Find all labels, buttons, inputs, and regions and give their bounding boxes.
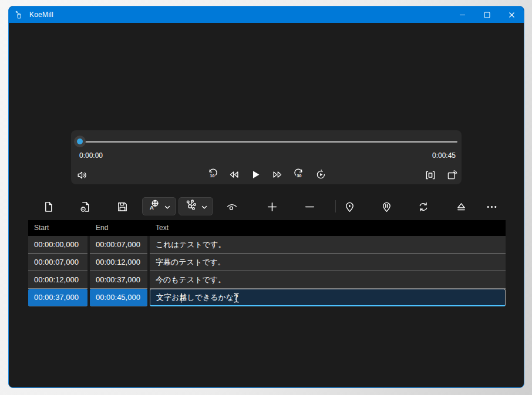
more-options-button[interactable] — [483, 198, 500, 215]
seek-slider[interactable] — [71, 136, 462, 147]
column-header-end[interactable]: End — [90, 220, 147, 236]
compact-overlay-button[interactable] — [425, 168, 436, 182]
player-controls: 10 — [71, 166, 462, 183]
cell-text[interactable]: これはテストです。 — [150, 236, 506, 254]
model-network-icon — [185, 199, 197, 214]
cell-text[interactable]: 字幕のテストです。 — [150, 254, 506, 271]
popout-window-button[interactable] — [446, 168, 458, 182]
cell-start[interactable]: 00:00:07,000 — [28, 254, 87, 271]
seek-slider-thumb[interactable] — [74, 136, 86, 147]
cell-start[interactable]: 00:00:12,000 — [28, 271, 87, 289]
cell-text-editing[interactable]: 文字お越しできるかな? — [150, 289, 506, 306]
new-file-button[interactable] — [39, 198, 57, 215]
cell-end[interactable]: 00:00:07,000 — [90, 236, 147, 254]
desktop-background: KoeMill 0:00:00 0:00:45 — [0, 0, 532, 395]
table-row: 00:00:00,000 00:00:07,000 これはテストです。 — [28, 236, 506, 254]
edit-text-value: 文字お越しできるかな? — [156, 292, 238, 303]
close-button[interactable] — [499, 6, 524, 23]
app-icon — [14, 10, 24, 20]
maximize-button[interactable] — [474, 6, 499, 23]
minimize-button[interactable] — [450, 6, 474, 23]
titlebar[interactable]: KoeMill — [9, 6, 524, 23]
preview-eye-button[interactable] — [223, 198, 241, 215]
eject-button[interactable] — [452, 198, 470, 215]
current-time-label: 0:00:00 — [79, 151, 103, 160]
svg-text:A: A — [150, 204, 154, 211]
seek-play-position-button[interactable] — [341, 198, 358, 215]
cell-text[interactable]: 今のもテストです。 — [150, 271, 506, 289]
table-row: 00:00:12,000 00:00:37,000 今のもテストです。 — [28, 271, 506, 289]
table-row: 00:00:07,000 00:00:12,000 字幕のテストです。 — [28, 254, 506, 271]
translate-menu-button[interactable]: A — [142, 197, 176, 215]
rewind-button[interactable] — [228, 167, 240, 181]
window-title: KoeMill — [29, 11, 53, 19]
total-time-label: 0:00:45 — [432, 151, 456, 160]
add-row-button[interactable] — [263, 198, 281, 215]
skip-forward-30-button[interactable]: 30 — [293, 167, 305, 181]
app-window: KoeMill 0:00:00 0:00:45 — [8, 6, 524, 388]
svg-text:10: 10 — [210, 174, 214, 178]
media-player-panel: 0:00:00 0:00:45 10 — [71, 130, 462, 184]
toolbar-separator — [335, 200, 336, 212]
cell-end[interactable]: 00:00:12,000 — [90, 254, 147, 271]
svg-text:30: 30 — [297, 174, 301, 178]
volume-button[interactable] — [76, 168, 88, 182]
column-header-start[interactable]: Start — [28, 220, 87, 236]
chevron-down-icon — [164, 201, 170, 212]
save-button[interactable] — [113, 198, 131, 215]
table-header: Start End Text — [28, 220, 506, 236]
translate-icon: A — [148, 199, 160, 214]
subtitle-table: Start End Text 00:00:00,000 00:00:07,000… — [28, 220, 506, 306]
time-row: 0:00:00 0:00:45 — [79, 151, 456, 160]
table-row-selected: 00:00:37,000 00:00:45,000 文字お越しできるかな? — [28, 289, 506, 306]
cell-end[interactable]: 00:00:37,000 — [90, 271, 147, 289]
cell-end[interactable]: 00:00:45,000 — [90, 289, 147, 306]
toolbar: A — [9, 195, 524, 218]
autoplay-button[interactable] — [315, 167, 326, 181]
remove-row-button[interactable] — [301, 198, 318, 215]
skip-back-10-button[interactable]: 10 — [206, 167, 218, 181]
open-file-button[interactable] — [76, 198, 94, 215]
seek-slider-track[interactable] — [79, 141, 457, 143]
chevron-down-icon — [201, 201, 207, 212]
window-controls — [450, 6, 524, 23]
fast-forward-button[interactable] — [271, 167, 283, 181]
model-menu-button[interactable] — [179, 197, 213, 215]
cell-start[interactable]: 00:00:00,000 — [28, 236, 87, 254]
cell-start[interactable]: 00:00:37,000 — [28, 289, 87, 306]
text-caret — [181, 293, 181, 303]
seek-pause-position-button[interactable] — [378, 198, 395, 215]
loop-button[interactable] — [415, 198, 432, 215]
column-header-text[interactable]: Text — [150, 220, 506, 236]
play-button[interactable] — [250, 167, 261, 181]
